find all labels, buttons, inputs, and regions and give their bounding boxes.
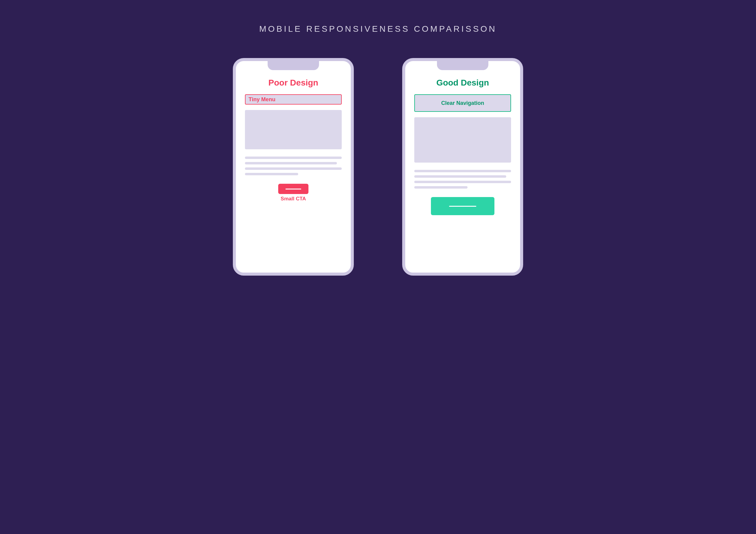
- bad-cta-caption: Small CTA: [281, 196, 306, 202]
- placeholder-line: [245, 162, 337, 165]
- phone-good: Good Design Clear Navigation: [402, 58, 523, 276]
- placeholder-line: [245, 167, 342, 170]
- good-nav-box: Clear Navigation: [414, 94, 511, 112]
- placeholder-line: [245, 173, 298, 175]
- phone-notch-icon: [268, 61, 319, 70]
- good-heading: Good Design: [414, 78, 511, 88]
- phones-row: Poor Design Tiny Menu Small CTA Good De: [12, 58, 744, 276]
- placeholder-line: [414, 175, 506, 178]
- cta-label-placeholder: [285, 189, 301, 190]
- good-text-lines: [414, 170, 511, 189]
- bad-hero-placeholder: [245, 110, 342, 149]
- phone-notch-icon: [437, 61, 488, 70]
- bad-cta-button: [278, 184, 309, 194]
- phone-bad: Poor Design Tiny Menu Small CTA: [233, 58, 354, 276]
- placeholder-line: [414, 186, 468, 189]
- phone-good-screen: Good Design Clear Navigation: [405, 61, 520, 224]
- phone-bad-screen: Poor Design Tiny Menu Small CTA: [236, 61, 351, 211]
- bad-cta-wrap: Small CTA: [245, 184, 342, 202]
- good-nav-label: Clear Navigation: [441, 100, 484, 106]
- placeholder-line: [245, 157, 342, 159]
- cta-label-placeholder: [449, 206, 476, 207]
- good-hero-placeholder: [414, 117, 511, 163]
- bad-nav-label: Tiny Menu: [249, 96, 276, 103]
- bad-nav-box: Tiny Menu: [245, 94, 342, 105]
- good-cta-wrap: [414, 197, 511, 215]
- placeholder-line: [414, 181, 511, 183]
- page-title: MOBILE RESPONSIVENESS COMPARISSON: [259, 24, 497, 34]
- bad-text-lines: [245, 157, 342, 175]
- bad-heading: Poor Design: [245, 78, 342, 88]
- placeholder-line: [414, 170, 511, 172]
- good-cta-button: [431, 197, 495, 215]
